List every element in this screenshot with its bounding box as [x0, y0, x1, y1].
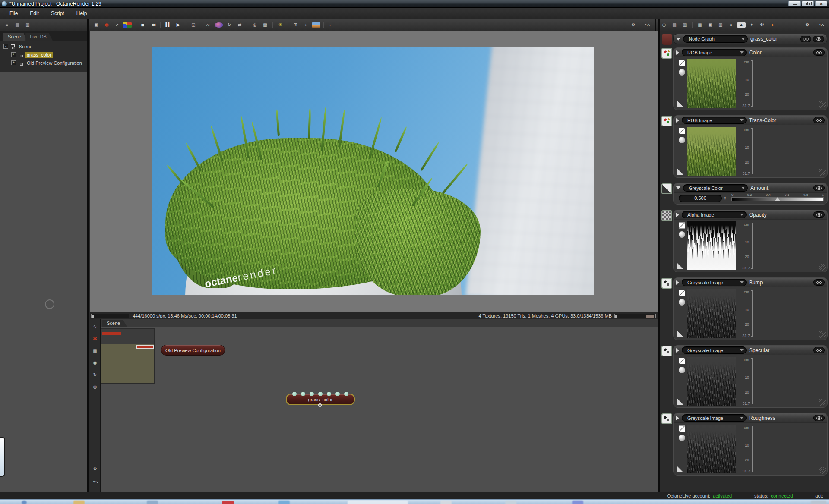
ruler-tool-icon[interactable] [677, 331, 683, 337]
layers-icon[interactable]: ▤ [13, 21, 22, 29]
tree-item-scene[interactable]: -Scene [2, 42, 87, 50]
camera-target-icon[interactable]: ⇄ [235, 21, 244, 29]
opacity-texture-thumbnail[interactable] [687, 221, 736, 270]
ball-icon[interactable]: ◍ [91, 383, 99, 391]
rgb-cube-icon[interactable] [123, 22, 132, 28]
node-output-pin[interactable] [318, 403, 322, 407]
node-old-preview-configuration[interactable]: Old Preview Configuration [161, 345, 225, 356]
tab-scene[interactable]: Scene [3, 33, 27, 41]
no-texture-swatch-icon[interactable] [679, 128, 685, 134]
expander-arrow-icon[interactable] [676, 50, 679, 55]
white-balance-icon[interactable] [215, 22, 223, 28]
resize-grip[interactable] [819, 467, 826, 474]
expander-arrow-icon[interactable] [676, 213, 679, 217]
node-type-dropdown[interactable]: RGB Image [682, 49, 747, 56]
visibility-button[interactable] [813, 347, 825, 353]
node-type-dropdown[interactable]: Greyscale Image [682, 346, 747, 354]
wrench-icon[interactable]: ⚙ [629, 21, 638, 29]
visibility-button[interactable] [813, 49, 825, 56]
node-graph-editor[interactable]: ∿✱▦◉↻◍ ⚙ ↖↘ Scene Old Preview Configurat… [90, 319, 658, 492]
tree-expander-icon[interactable]: + [11, 60, 16, 65]
tree-item-old-preview-configuration[interactable]: +Old Preview Configuration [2, 59, 87, 67]
collapse-arrow-icon[interactable] [676, 38, 680, 41]
menu-help[interactable]: Help [70, 9, 93, 18]
film-icon[interactable]: ▥ [716, 21, 725, 29]
ruler-tool-icon[interactable] [677, 168, 683, 175]
graph-minimap[interactable] [101, 328, 155, 384]
color-texture-thumbnail[interactable] [687, 59, 736, 108]
stop-render-icon[interactable]: ■ [138, 21, 147, 29]
magnifier-icon[interactable]: ◎ [250, 21, 259, 29]
greyscale-slider[interactable] [731, 197, 824, 201]
resize-grip[interactable] [819, 101, 826, 108]
input-pin[interactable] [327, 392, 331, 396]
image-sunset-icon[interactable] [312, 22, 320, 28]
star-icon[interactable]: ✦ [747, 21, 756, 29]
add-image-icon[interactable]: ▦ [91, 347, 99, 355]
clock-icon[interactable]: ◷ [660, 21, 668, 29]
input-pin[interactable] [335, 392, 340, 396]
hammer-icon[interactable]: ⚒ [758, 21, 766, 29]
ruler-tool-icon[interactable] [677, 466, 683, 472]
expander-arrow-icon[interactable] [676, 118, 679, 123]
slider-handle[interactable] [775, 197, 780, 201]
layers-copy-icon[interactable]: ▥ [680, 21, 689, 29]
expander-arrow-icon[interactable] [676, 280, 679, 285]
layers-copy-icon[interactable]: ▥ [23, 21, 32, 29]
layers-icon[interactable]: ▤ [670, 21, 679, 29]
visibility-button[interactable] [813, 185, 825, 191]
ruler-tool-icon[interactable] [677, 101, 683, 107]
tree-expander-icon[interactable]: + [11, 52, 16, 57]
input-pin[interactable] [301, 392, 305, 396]
resize-grip[interactable] [819, 399, 826, 406]
menu-file[interactable]: File [3, 9, 24, 18]
input-pin[interactable] [292, 392, 297, 396]
node-type-dropdown[interactable]: Alpha Image [682, 211, 747, 218]
cylinder-icon[interactable]: ● [727, 21, 735, 29]
render-viewport[interactable]: octanerender [90, 31, 658, 312]
visibility-button[interactable] [813, 415, 825, 421]
tree-list-icon[interactable]: ≡ [3, 21, 11, 29]
copy-icon[interactable]: ⊞ [291, 21, 300, 29]
tab-live-db[interactable]: Live DB [25, 33, 53, 41]
resize-viewport-icon[interactable]: ↗ [113, 21, 121, 29]
ruler-tool-icon[interactable] [677, 263, 683, 269]
restore-button[interactable] [802, 1, 814, 6]
node-type-dropdown[interactable]: Greyscale Image [682, 414, 747, 422]
resize-grip[interactable] [819, 264, 826, 271]
visibility-button[interactable] [813, 36, 824, 42]
camera-icon[interactable]: ▣ [706, 21, 715, 29]
menu-script[interactable]: Script [45, 9, 70, 18]
region-render-icon[interactable]: ◱ [189, 21, 198, 29]
wrench-icon[interactable]: ⚙ [91, 465, 100, 473]
show-pins-button[interactable] [800, 36, 811, 42]
bump-texture-thumbnail[interactable] [687, 289, 736, 338]
node-type-dropdown[interactable]: RGB Image [682, 117, 747, 124]
lock-icon[interactable]: ⌐ [327, 21, 335, 29]
tab-scene-graph[interactable]: Scene [102, 320, 127, 327]
post-process-icon[interactable]: ✳ [276, 21, 285, 29]
node-grass-color[interactable]: grass_color [286, 394, 355, 405]
node-type-dropdown[interactable]: Greyscale Color [683, 184, 748, 192]
render-view-icon[interactable]: ▣ [92, 21, 101, 29]
specular-texture-thumbnail[interactable] [687, 357, 736, 406]
camera-reset-icon[interactable]: ↻ [225, 21, 234, 29]
expander-arrow-icon[interactable] [676, 348, 679, 353]
restart-render-icon[interactable]: ✱ [102, 21, 111, 29]
material-sphere-icon[interactable] [679, 435, 685, 441]
node-graph-dropdown[interactable]: Node Graph [683, 35, 748, 43]
visibility-button[interactable] [813, 211, 825, 218]
node-type-dropdown[interactable]: Greyscale Image [682, 279, 747, 286]
rewind-icon[interactable]: ◀◀ [149, 21, 157, 29]
liquid-icon[interactable]: ● [768, 21, 777, 29]
value-spinner[interactable]: ▲▼ [724, 196, 726, 201]
trans-color-texture-thumbnail[interactable] [687, 127, 736, 176]
no-texture-swatch-icon[interactable] [679, 425, 685, 432]
amount-value-field[interactable]: 0.500 [679, 195, 722, 202]
material-sphere-icon[interactable] [679, 231, 685, 238]
expand-icon[interactable]: ↖↘ [643, 21, 652, 29]
mountain-icon[interactable]: ▲ [737, 22, 746, 28]
no-texture-swatch-icon[interactable] [679, 222, 685, 229]
material-sphere-icon[interactable] [679, 137, 685, 143]
no-texture-swatch-icon[interactable] [679, 60, 685, 66]
